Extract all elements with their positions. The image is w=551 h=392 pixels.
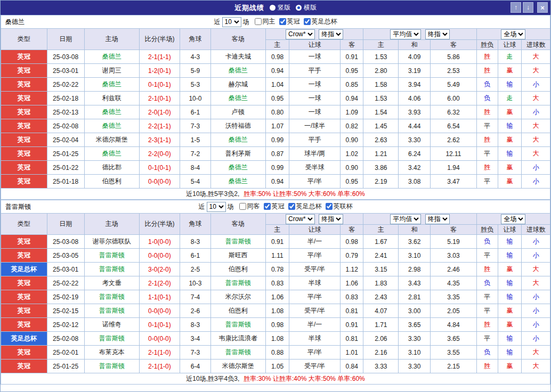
handicap-line: 一球 <box>289 105 341 119</box>
avg-away-odds: 5.86 <box>431 50 477 64</box>
corner-score: 8-3 <box>180 318 211 332</box>
away-team: 普雷斯顿 <box>210 276 265 290</box>
away-team: 普雷斯顿 <box>210 318 265 332</box>
home-team: 布莱克本 <box>84 346 139 360</box>
checkbox-input[interactable] <box>255 18 262 25</box>
layout-option-horizontal-label: 横版 <box>304 3 317 12</box>
average-select[interactable]: 平均值 <box>390 214 421 224</box>
handicap-away-odds: 0.81 <box>341 332 363 346</box>
matches-unit-label: 场 <box>243 18 249 27</box>
match-score: 2-1(1-0) <box>139 346 180 360</box>
filter-checkbox[interactable]: 英联杯 <box>326 202 353 211</box>
filter-checkbox[interactable]: 英足总杯 <box>288 202 322 211</box>
average-stage-select[interactable]: 终指 <box>425 29 450 39</box>
checkbox-label: 英冠 <box>287 17 300 26</box>
avg-draw-odds: 3.00 <box>399 304 431 318</box>
home-team: 普雷斯顿 <box>84 304 139 318</box>
handicap-away-odds: 0.84 <box>341 360 363 373</box>
layout-option-horizontal[interactable]: 横版 <box>296 3 317 12</box>
odds-company-select[interactable]: Crow* <box>286 29 315 39</box>
average-stage-select[interactable]: 终指 <box>425 214 450 224</box>
checkbox-input[interactable] <box>264 203 271 210</box>
average-select[interactable]: 平均值 <box>390 29 421 39</box>
match-row: 英冠25-01-22德比郡0-1(0-1)8-4桑德兰0.99受半球0.903.… <box>1 161 550 175</box>
filter-checkbox[interactable]: 英冠 <box>279 17 300 26</box>
match-date: 25-03-08 <box>47 235 84 249</box>
avg-draw-odds: 3.10 <box>399 249 431 263</box>
odds-company-select[interactable]: Crow* <box>286 214 315 224</box>
filter-checkbox[interactable]: 英冠 <box>264 202 285 211</box>
checkbox-label: 英足总杯 <box>312 17 337 26</box>
handicap-away-odds: 1.06 <box>341 276 363 290</box>
checkbox-input[interactable] <box>279 18 286 25</box>
result-handicap: 输 <box>498 147 521 161</box>
avg-away-odds: 3.35 <box>431 290 477 304</box>
result-outcome: 胜 <box>476 318 498 332</box>
filter-checkbox[interactable]: 同主 <box>255 17 276 26</box>
result-handicap: 输 <box>498 78 521 92</box>
handicap-line: 平/半 <box>289 249 341 263</box>
col-avg-draw: 和 <box>399 40 431 50</box>
away-team: 韦康比流浪者 <box>210 332 265 346</box>
result-goals: 大 <box>522 346 550 360</box>
match-row: 英冠25-02-12诺维奇0-1(0-1)8-3普雷斯顿0.98半/一0.911… <box>1 318 550 332</box>
col-handicap-result: 让球 <box>498 225 521 235</box>
avg-away-odds: 6.54 <box>431 119 477 133</box>
avg-home-odds: 3.15 <box>363 263 399 276</box>
away-team: 伯恩利 <box>210 263 265 276</box>
league-type-badge: 英冠 <box>1 346 47 360</box>
filter-row: 桑德兰 近 10 场 同主英冠英足总杯 <box>1 15 550 29</box>
handicap-home-odds: 0.99 <box>265 133 289 147</box>
match-row: 英冠25-01-18伯恩利0-0(0-0)5-4桑德兰0.94平/半0.952.… <box>1 175 550 189</box>
result-handicap: 赢 <box>498 64 521 78</box>
result-outcome: 平 <box>476 304 498 318</box>
summary-row: 近10场,胜3平4负3,胜率:30% 让胜率:40% 大率:50% 单率:60% <box>1 373 550 385</box>
result-handicap: 输 <box>498 290 521 304</box>
result-outcome: 平 <box>476 249 498 263</box>
avg-draw-odds: 3.08 <box>399 175 431 189</box>
result-outcome: 胜 <box>476 64 498 78</box>
avg-away-odds: 6.00 <box>431 92 477 105</box>
corner-score: 7-2 <box>180 147 211 161</box>
match-count-select[interactable]: 10 <box>207 202 226 212</box>
page-title: 近期战绩 <box>234 3 264 13</box>
scope-select[interactable]: 全场 <box>501 214 525 224</box>
col-home: 主场 <box>84 29 139 50</box>
scroll-down-button[interactable]: ↓ <box>523 2 533 13</box>
match-date: 25-02-18 <box>47 92 84 105</box>
match-row: 英冠25-03-08桑德兰2-1(1-1)4-3卡迪夫城0.98一球0.911.… <box>1 50 550 64</box>
handicap-home-odds: 0.87 <box>265 147 289 161</box>
checkbox-input[interactable] <box>326 203 333 210</box>
handicap-line: 一球 <box>289 50 341 64</box>
titlebar: 近期战绩 竖版 横版 ↑ ↓ × <box>1 1 550 15</box>
result-handicap: 赢 <box>498 161 521 175</box>
close-button[interactable]: × <box>537 2 548 13</box>
handicap-home-odds: 0.88 <box>265 346 289 360</box>
corner-score: 5-4 <box>180 175 211 189</box>
checkbox-input[interactable] <box>288 203 295 210</box>
match-score: 0-0(0-0) <box>139 304 180 318</box>
checkbox-input[interactable] <box>304 18 311 25</box>
layout-option-vertical[interactable]: 竖版 <box>270 3 290 12</box>
result-handicap: 赢 <box>498 318 521 332</box>
avg-home-odds: 1.53 <box>363 92 399 105</box>
handicap-home-odds: 1.11 <box>265 249 289 263</box>
handicap-home-odds: 0.95 <box>265 92 289 105</box>
odds-stage-select[interactable]: 终指 <box>319 29 343 39</box>
corner-score: 6-1 <box>180 249 211 263</box>
summary-stats: 胜率:50% 让胜率:50% 大率:60% 单率:60% <box>244 190 364 198</box>
match-score: 2-2(0-0) <box>139 147 180 161</box>
match-count-select[interactable]: 10 <box>222 17 241 27</box>
avg-draw-odds: 3.30 <box>399 332 431 346</box>
scope-select[interactable]: 全场 <box>501 29 525 39</box>
filter-checkbox[interactable]: 同客 <box>239 202 260 211</box>
checkbox-input[interactable] <box>239 203 246 210</box>
odds-stage-select[interactable]: 终指 <box>319 214 343 224</box>
filter-checkbox[interactable]: 英足总杯 <box>304 17 337 26</box>
col-avg-away: 客 <box>431 40 477 50</box>
result-handicap: 赢 <box>498 133 521 147</box>
checkbox-label: 同客 <box>247 202 260 211</box>
handicap-line: 一球 <box>289 78 341 92</box>
scroll-up-button[interactable]: ↑ <box>511 2 521 13</box>
home-team: 普雷斯顿 <box>84 332 139 346</box>
